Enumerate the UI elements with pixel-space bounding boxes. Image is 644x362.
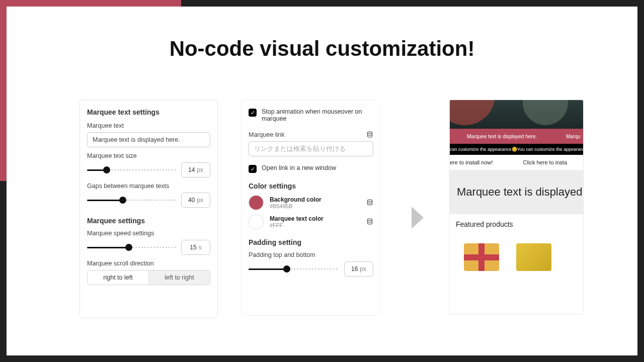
- preview-marquee-secondary: can customize the appearance😊You can cus…: [450, 144, 583, 155]
- color-hex-fg: #FFF: [270, 222, 360, 228]
- section-title-padding: Padding setting: [249, 238, 373, 246]
- section-title-settings: Marquee settings: [87, 217, 210, 225]
- label-padding: Padding top and bottom: [249, 251, 373, 258]
- swatch-text-color[interactable]: [249, 214, 264, 229]
- input-marquee-text[interactable]: [87, 132, 210, 147]
- seg-left-to-right[interactable]: left to right: [148, 270, 210, 285]
- arrow-right-icon: [410, 205, 425, 230]
- numbox-value: 14: [188, 166, 195, 173]
- section-title-colors: Color settings: [249, 182, 373, 190]
- preview-marquee-primary: Marquee text is displayed here. Marqu: [450, 129, 583, 144]
- color-hex-bg: #B5495B: [270, 203, 360, 209]
- database-icon: [366, 131, 373, 138]
- numbox-unit: px: [197, 166, 203, 173]
- preview-marquee-large: Marquee text is displayed h: [450, 170, 583, 214]
- svg-point-2: [367, 219, 372, 221]
- database-icon: [366, 218, 373, 225]
- numbox-padding[interactable]: 16 px: [344, 261, 373, 277]
- preview-product-cube: [516, 243, 551, 271]
- label-gaps: Gaps between marquee texts: [87, 183, 210, 190]
- panel-marquee-other-settings: ✓ Stop animation when mouseover on marqu…: [241, 100, 381, 316]
- preview-featured-title: Featured products: [450, 214, 583, 228]
- stage: No-code visual customization! Marquee te…: [7, 7, 637, 355]
- label-direction: Marquee scroll direction: [87, 260, 210, 267]
- slider-text-size[interactable]: [87, 163, 176, 177]
- preview-product-gift: [464, 243, 499, 271]
- checkbox-open-new-window[interactable]: ✓: [249, 165, 257, 173]
- seg-right-to-left[interactable]: right to left: [88, 270, 148, 285]
- label-marquee-link: Marquee link: [249, 131, 362, 138]
- preview-product-row: [450, 228, 583, 271]
- preview-hero: [450, 100, 583, 129]
- numbox-speed[interactable]: 15 s: [181, 240, 210, 255]
- svg-point-1: [367, 200, 372, 202]
- color-name-fg: Marquee text color: [270, 215, 360, 222]
- svg-point-0: [367, 132, 372, 134]
- section-title: Marquee text settings: [87, 108, 210, 116]
- label-speed: Marquee speed settings: [87, 230, 210, 237]
- preview-marquee-tertiary: ere to install now! Click here to insta: [450, 155, 583, 170]
- swatch-background-color[interactable]: [249, 195, 264, 210]
- label-text-size: Marquee text size: [87, 152, 210, 159]
- label-open-new-window: Open link in a new window: [262, 164, 336, 171]
- database-icon: [366, 199, 373, 206]
- slider-padding[interactable]: [249, 262, 339, 276]
- checkbox-stop-on-hover[interactable]: ✓: [249, 109, 257, 117]
- label-stop-on-hover: Stop animation when mouseover on marquee: [262, 108, 373, 122]
- slider-speed[interactable]: [87, 240, 176, 254]
- color-name-bg: Background color: [270, 196, 360, 203]
- panel-marquee-text-settings: Marquee text settings Marquee text Marqu…: [79, 100, 218, 318]
- label-marquee-text: Marquee text: [87, 122, 210, 129]
- page-headline: No-code visual customization!: [7, 37, 637, 61]
- segmented-direction: right to left left to right: [87, 270, 210, 285]
- numbox-text-size[interactable]: 14 px: [181, 162, 210, 177]
- input-marquee-link[interactable]: [249, 141, 373, 156]
- slider-gaps[interactable]: [87, 193, 176, 207]
- preview-card: Marquee text is displayed here. Marqu ca…: [449, 100, 584, 314]
- numbox-gaps[interactable]: 40 px: [181, 193, 210, 208]
